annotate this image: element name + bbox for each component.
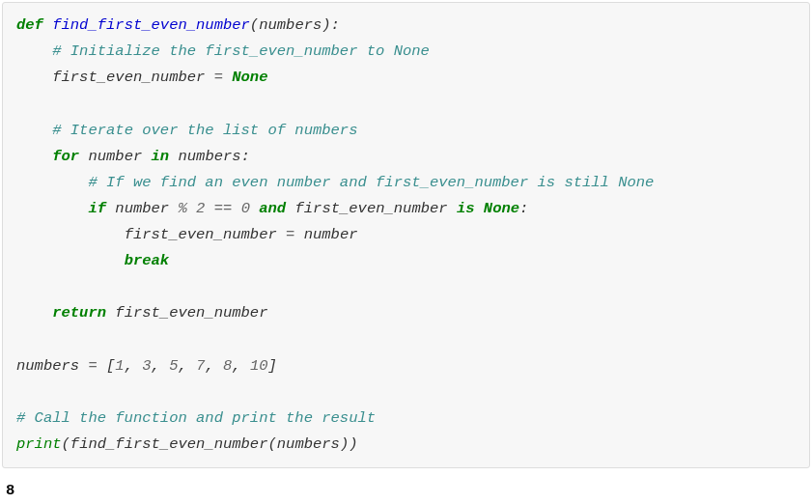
builtin-print: print [16,435,62,453]
bracket-close: ] [268,357,277,375]
op-eq-2: = [277,226,304,243]
op-mod: % [178,200,186,217]
assign-lhs: first_even_number [125,226,277,243]
line-1: def find_first_even_number(numbers): [16,16,340,34]
op-eq: = [205,69,232,86]
bracket-open: [ [106,357,115,375]
code-block: def find_first_even_number(numbers): # I… [2,2,810,468]
const-none: None [232,69,267,86]
param: numbers [259,16,322,34]
kw-and: and [259,200,286,217]
loop-coll: numbers [178,148,240,165]
op-eqeq: == [214,200,233,217]
var: first_even_number [52,69,205,86]
output-block: 8 [2,468,810,504]
loop-var: number [88,148,142,165]
var-numbers: numbers [16,357,79,375]
paren-open-2: ( [62,435,70,453]
expr: number [115,200,178,217]
return-val: first_even_number [115,304,267,322]
func-name: find_first_even_number [52,16,250,34]
comment-2: # Iterate over the list of numbers [52,122,357,139]
kw-in: in [152,148,170,165]
kw-is: is [457,200,475,217]
num-0: 0 [241,200,250,217]
const-none-2: None [484,200,519,217]
assign-rhs: number [304,226,358,243]
n5: 8 [223,357,232,375]
line-9: first_even_number = number [125,226,358,243]
colon: : [241,148,250,165]
op-eq-3: = [79,357,106,375]
kw-for: for [52,148,79,165]
call-arg: numbers [277,435,340,453]
comment-4: # Call the function and print the result [16,409,376,427]
comment-3: # If we find an even number and first_ev… [88,174,654,191]
kw-return: return [52,304,106,322]
line-12: return first_even_number [52,304,267,322]
line-14: numbers = [1, 3, 5, 7, 8, 10] [16,357,277,375]
num-2: 2 [196,200,205,217]
n1: 1 [115,357,124,375]
colon-2: : [519,200,528,217]
comment-1: # Initialize the first_even_number to No… [52,42,430,60]
paren-close-colon: ): [322,16,340,34]
paren-open-3: ( [267,435,276,453]
kw-if: if [88,200,106,217]
line-17: print(find_first_even_number(numbers)) [16,435,358,453]
paren-close-2: )) [340,435,358,453]
expr2: first_even_number [294,200,456,217]
line-8: if number % 2 == 0 and first_even_number… [88,200,528,217]
output-text: 8 [6,482,14,499]
kw-def: def [16,16,43,34]
call-func: find_first_even_number [70,435,268,453]
kw-break: break [125,252,170,269]
n2: 3 [142,357,151,375]
paren-open: ( [250,16,259,34]
n3: 5 [169,357,178,375]
line-6: for number in numbers: [52,148,250,165]
line-3: first_even_number = None [52,69,267,86]
n6: 10 [250,357,268,375]
